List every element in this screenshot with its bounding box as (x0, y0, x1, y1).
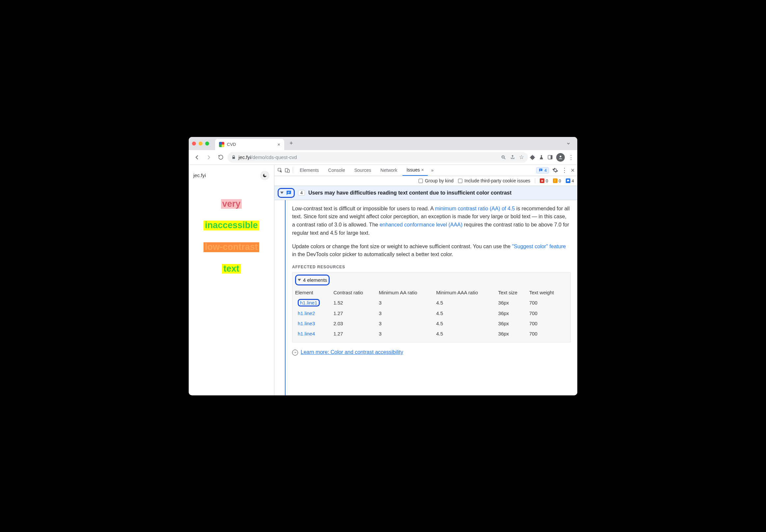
issue-paragraph-2: Update colors or change the font size or… (292, 243, 571, 259)
close-window-button[interactable] (192, 142, 196, 146)
text: Low-contrast text is difficult or imposs… (292, 206, 435, 211)
more-icon[interactable]: ⋮ (562, 167, 568, 174)
devtools-close-icon[interactable]: × (571, 167, 575, 174)
thirdparty-label: Include third-party cookie issues (464, 178, 530, 183)
elements-summary[interactable]: 4 elements (303, 276, 327, 284)
forward-button[interactable] (204, 152, 214, 162)
minimize-window-button[interactable] (198, 142, 202, 146)
text: Update colors or change the font size or… (292, 244, 512, 249)
demo-line-2: inaccessible (203, 221, 259, 230)
demo-line-4: text (222, 264, 240, 274)
svg-point-3 (560, 155, 561, 157)
element-link[interactable]: h1.line4 (298, 331, 315, 336)
issue-expand-highlight (277, 188, 295, 198)
reload-button[interactable] (216, 152, 225, 162)
issue-paragraph-1: Low-contrast text is difficult or imposs… (292, 205, 571, 237)
content-split: jec.fyi very inaccessible low-contrast t… (189, 165, 577, 395)
resources-table: Element Contrast ratio Minimum AA ratio … (295, 287, 568, 339)
error-counter[interactable]: ✕0 (540, 178, 548, 183)
issue-rail (274, 200, 285, 395)
info-counter[interactable]: 4 (566, 178, 574, 183)
group-by-kind-checkbox[interactable]: Group by kind (419, 178, 454, 183)
maximize-window-button[interactable] (205, 142, 209, 146)
text: in the DevTools color picker to automati… (292, 252, 453, 257)
svg-rect-6 (287, 170, 289, 173)
cell-aaa: 4.5 (436, 298, 498, 308)
cell-aa: 3 (379, 329, 436, 339)
error-count-value: 0 (546, 178, 548, 183)
tab-close-icon[interactable]: × (421, 167, 424, 173)
issue-header[interactable]: 4 Users may have difficulties reading te… (274, 186, 577, 200)
link-suggest-color[interactable]: "Suggest color" feature (512, 244, 566, 249)
site-title: jec.fyi (193, 173, 206, 178)
cell-cr: 1.27 (333, 329, 379, 339)
thirdparty-checkbox[interactable]: Include third-party cookie issues (458, 178, 530, 183)
share-icon[interactable] (510, 155, 515, 160)
tabs-overflow-button[interactable] (563, 141, 574, 146)
triangle-down-icon[interactable] (280, 192, 283, 194)
table-row: h1.line1 1.52 3 4.5 36px 700 (295, 298, 568, 308)
table-row: h1.line3 2.03 3 4.5 36px 700 (295, 318, 568, 329)
issues-subbar: Group by kind Include third-party cookie… (274, 176, 577, 186)
issue-body: Low-contrast text is difficult or imposs… (274, 200, 577, 395)
dt-tab-issues-label: Issues (407, 167, 420, 173)
warning-counter[interactable]: !0 (553, 178, 561, 183)
cell-aa: 3 (379, 298, 436, 308)
element-link[interactable]: h1.line2 (298, 310, 315, 316)
group-by-kind-label: Group by kind (425, 178, 454, 183)
dt-tab-console[interactable]: Console (324, 165, 349, 176)
dt-tab-issues[interactable]: Issues × (403, 165, 428, 176)
learn-more-link[interactable]: Learn more: Color and contrast accessibi… (301, 348, 403, 357)
menu-icon[interactable]: ⋮ (568, 154, 574, 161)
issue-content: Low-contrast text is difficult or imposs… (285, 200, 577, 395)
browser-tab[interactable]: CVD × (215, 139, 284, 150)
cell-cr: 1.27 (333, 308, 379, 318)
theme-toggle-button[interactable] (260, 171, 269, 180)
cell-aa: 3 (379, 318, 436, 329)
inspect-icon[interactable] (277, 167, 283, 173)
cell-aaa: 4.5 (436, 318, 498, 329)
device-icon[interactable] (284, 167, 290, 173)
element-link[interactable]: h1.line3 (298, 321, 315, 326)
sidepanel-icon[interactable] (547, 154, 553, 160)
svg-rect-2 (551, 155, 552, 159)
tab-close-icon[interactable]: × (277, 142, 280, 147)
link-aaa-level[interactable]: enhanced conformance level (AAA) (380, 222, 463, 227)
tabs-more-icon[interactable]: » (429, 168, 436, 173)
col-size: Text size (498, 287, 529, 298)
chat-icon (285, 190, 292, 196)
dt-tab-sources[interactable]: Sources (350, 165, 375, 176)
issues-counter-badge[interactable]: 4 (536, 167, 549, 173)
address-bar[interactable]: jec.fyi/demo/cds-quest-cvd ☆ (227, 152, 528, 163)
info-count-value: 4 (572, 178, 574, 183)
link-aa-ratio[interactable]: minimum contrast ratio (AA) of 4.5 (435, 206, 515, 211)
browser-window: CVD × + jec.fyi/demo/cds-quest-cvd ☆ (189, 137, 577, 395)
cell-size: 36px (498, 318, 529, 329)
cell-size: 36px (498, 329, 529, 339)
new-tab-button[interactable]: + (287, 140, 296, 147)
devtools-toolbar: Elements Console Sources Network Issues … (274, 165, 577, 176)
issue-count-badge: 4 (298, 190, 305, 196)
cell-weight: 700 (529, 329, 568, 339)
element-link[interactable]: h1.line1 (298, 299, 320, 306)
cell-aaa: 4.5 (436, 308, 498, 318)
settings-icon[interactable] (552, 167, 558, 173)
cell-cr: 2.03 (333, 318, 379, 329)
labs-icon[interactable] (539, 155, 544, 160)
back-button[interactable] (192, 152, 202, 162)
zoom-icon[interactable] (501, 155, 506, 160)
extensions-icon[interactable] (530, 154, 536, 160)
col-contrast: Contrast ratio (333, 287, 379, 298)
dt-tab-elements[interactable]: Elements (296, 165, 323, 176)
dt-tab-network[interactable]: Network (376, 165, 401, 176)
profile-avatar[interactable] (556, 153, 565, 162)
table-row: h1.line4 1.27 3 4.5 36px 700 (295, 329, 568, 339)
col-aa: Minimum AA ratio (379, 287, 436, 298)
lock-icon (231, 155, 236, 159)
url-path: /demo/cds-quest-cvd (251, 154, 297, 160)
bookmark-icon[interactable]: ☆ (519, 154, 524, 161)
moon-icon (262, 173, 267, 178)
demo-line-1: very (221, 199, 242, 209)
triangle-down-icon[interactable] (298, 279, 301, 281)
warning-count-value: 0 (559, 178, 561, 183)
